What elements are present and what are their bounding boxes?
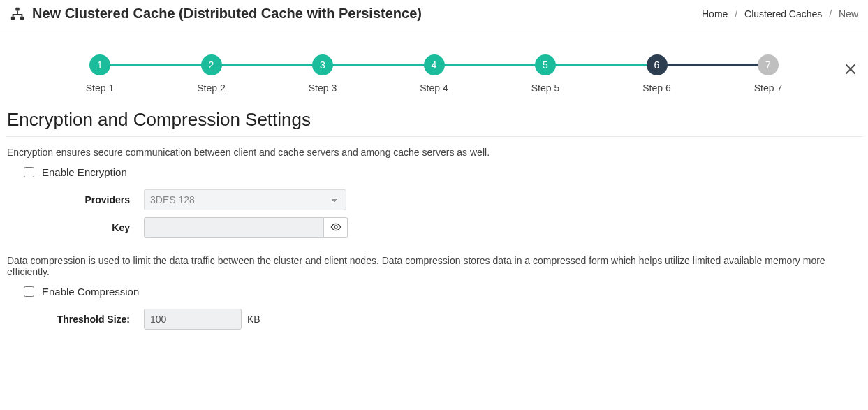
svg-rect-0 <box>15 7 20 10</box>
enable-compression-checkbox[interactable] <box>24 286 34 297</box>
step-label: Step 5 <box>531 82 559 94</box>
svg-rect-2 <box>20 16 24 20</box>
divider <box>6 136 862 137</box>
close-button[interactable] <box>843 61 858 80</box>
breadcrumb-sep: / <box>829 8 832 20</box>
enable-encryption-checkbox[interactable] <box>24 167 34 177</box>
eye-icon <box>330 221 341 235</box>
step-circle: 6 <box>647 54 668 75</box>
step-node-6[interactable]: 6Step 6 <box>640 54 675 94</box>
step-circle: 7 <box>758 54 779 75</box>
wizard-footer: Cancel Previous Next <box>6 407 862 410</box>
key-label: Key <box>6 222 144 233</box>
step-node-3[interactable]: 3Step 3 <box>305 54 340 94</box>
breadcrumb-caches[interactable]: Clustered Caches <box>744 8 822 20</box>
svg-rect-1 <box>11 16 15 20</box>
page-title: New Clustered Cache (Distributed Cache w… <box>32 6 422 22</box>
breadcrumb: Home / Clustered Caches / New <box>702 8 858 20</box>
threshold-label: Threshold Size: <box>6 314 144 325</box>
providers-select[interactable]: 3DES 128 <box>144 189 346 210</box>
svg-point-5 <box>334 226 337 228</box>
step-circle: 5 <box>535 54 556 75</box>
step-label: Step 7 <box>754 82 782 94</box>
section-title: Encryption and Compression Settings <box>7 109 862 131</box>
step-node-5[interactable]: 5Step 5 <box>528 54 563 94</box>
step-node-4[interactable]: 4Step 4 <box>417 54 452 94</box>
step-circle: 1 <box>89 54 110 75</box>
step-node-2[interactable]: 2Step 2 <box>194 54 229 94</box>
step-node-7[interactable]: 7Step 7 <box>751 54 786 94</box>
encryption-description: Encryption ensures secure communication … <box>7 147 862 158</box>
step-circle: 2 <box>201 54 222 75</box>
enable-compression-label[interactable]: Enable Compression <box>42 286 139 298</box>
key-input[interactable] <box>144 217 324 238</box>
step-circle: 4 <box>424 54 445 75</box>
breadcrumb-home[interactable]: Home <box>702 8 728 20</box>
step-label: Step 2 <box>197 82 225 94</box>
breadcrumb-sep: / <box>735 8 737 20</box>
providers-label: Providers <box>6 194 144 205</box>
step-label: Step 6 <box>642 82 670 94</box>
enable-encryption-label[interactable]: Enable Encryption <box>42 166 127 178</box>
step-node-1[interactable]: 1Step 1 <box>82 54 117 94</box>
step-circle: 3 <box>312 54 333 75</box>
step-label: Step 1 <box>86 82 114 94</box>
compression-description: Data compression is used to limit the da… <box>7 255 862 277</box>
reveal-key-button[interactable] <box>324 217 348 238</box>
sitemap-icon <box>10 6 25 22</box>
step-label: Step 3 <box>309 82 337 94</box>
top-bar: New Clustered Cache (Distributed Cache w… <box>0 0 868 29</box>
threshold-input[interactable] <box>144 309 242 330</box>
breadcrumb-current: New <box>839 8 858 20</box>
step-label: Step 4 <box>420 82 448 94</box>
threshold-unit: KB <box>247 314 260 325</box>
stepper: 1Step 12Step 23Step 34Step 45Step 56Step… <box>82 54 786 96</box>
